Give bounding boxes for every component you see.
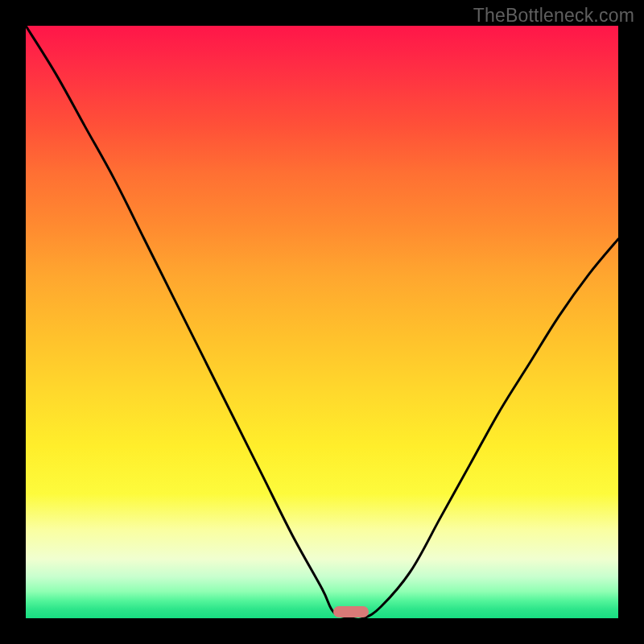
chart-frame: TheBottleneck.com <box>0 0 644 644</box>
attribution-label: TheBottleneck.com <box>473 5 634 27</box>
optimum-marker <box>333 606 369 617</box>
bottleneck-curve <box>26 26 618 618</box>
plot-area <box>26 26 618 618</box>
